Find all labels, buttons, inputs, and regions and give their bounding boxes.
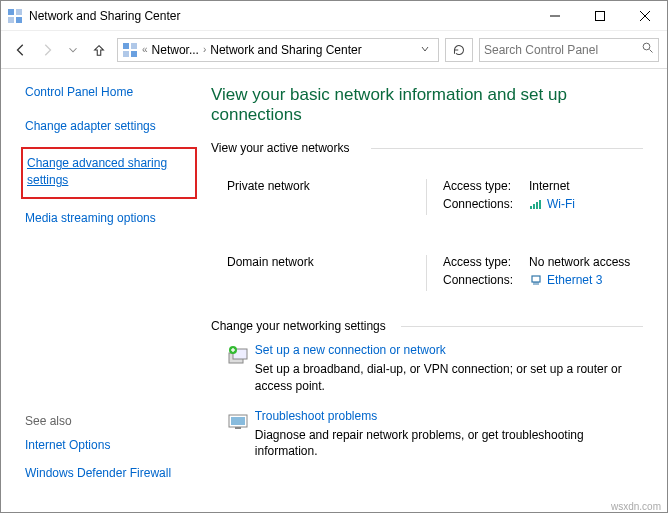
troubleshoot-icon bbox=[227, 409, 255, 461]
connection-link[interactable]: Ethernet 3 bbox=[547, 273, 602, 287]
watermark: wsxdn.com bbox=[611, 501, 661, 512]
sidebar-home[interactable]: Control Panel Home bbox=[25, 85, 189, 99]
svg-rect-9 bbox=[131, 43, 137, 49]
refresh-button[interactable] bbox=[445, 38, 473, 62]
connection-link[interactable]: Wi-Fi bbox=[547, 197, 575, 211]
up-button[interactable] bbox=[87, 35, 111, 65]
network-block-private: Private network Access type: Internet Co… bbox=[211, 161, 643, 237]
divider bbox=[426, 255, 427, 291]
sidebar-highlight: Change advanced sharing settings bbox=[21, 147, 197, 199]
change-settings-label: Change your networking settings bbox=[211, 319, 643, 333]
svg-rect-14 bbox=[530, 206, 532, 209]
svg-rect-16 bbox=[536, 202, 538, 209]
svg-rect-17 bbox=[539, 200, 541, 209]
titlebar: Network and Sharing Center bbox=[1, 1, 667, 31]
setup-connection-icon bbox=[227, 343, 255, 395]
connections-label: Connections: bbox=[443, 273, 529, 287]
active-networks-label: View your active networks bbox=[211, 141, 643, 155]
svg-rect-28 bbox=[231, 417, 245, 425]
access-type-value: Internet bbox=[529, 179, 570, 193]
see-also-firewall[interactable]: Windows Defender Firewall bbox=[25, 466, 171, 480]
sidebar-link-adapter[interactable]: Change adapter settings bbox=[25, 119, 189, 133]
action-setup-connection: Set up a new connection or network Set u… bbox=[227, 343, 643, 395]
back-button[interactable] bbox=[9, 35, 33, 65]
ethernet-icon bbox=[529, 273, 543, 287]
close-button[interactable] bbox=[622, 1, 667, 31]
breadcrumb-seg-1[interactable]: Networ... bbox=[150, 43, 201, 57]
svg-rect-5 bbox=[595, 11, 604, 20]
minimize-button[interactable] bbox=[532, 1, 577, 31]
svg-rect-10 bbox=[123, 51, 129, 57]
svg-line-13 bbox=[650, 50, 653, 53]
access-type-label: Access type: bbox=[443, 179, 529, 193]
breadcrumb[interactable]: « Networ... › Network and Sharing Center bbox=[117, 38, 439, 62]
search-icon[interactable] bbox=[642, 42, 654, 57]
svg-point-12 bbox=[643, 43, 650, 50]
svg-rect-18 bbox=[532, 276, 540, 282]
chevron-right-icon[interactable]: › bbox=[203, 44, 206, 55]
svg-rect-0 bbox=[8, 9, 14, 15]
action-desc: Diagnose and repair network problems, or… bbox=[255, 427, 643, 461]
chevron-icon[interactable]: « bbox=[142, 44, 148, 55]
svg-rect-15 bbox=[533, 204, 535, 209]
action-title[interactable]: Troubleshoot problems bbox=[255, 409, 643, 423]
sidebar-link-media[interactable]: Media streaming options bbox=[25, 211, 189, 225]
see-also-internet-options[interactable]: Internet Options bbox=[25, 438, 171, 452]
action-title[interactable]: Set up a new connection or network bbox=[255, 343, 643, 357]
search-input[interactable] bbox=[484, 43, 642, 57]
sidebar: Control Panel Home Change adapter settin… bbox=[1, 69, 201, 498]
main: View your basic network information and … bbox=[201, 69, 667, 498]
svg-rect-3 bbox=[16, 17, 22, 23]
svg-rect-8 bbox=[123, 43, 129, 49]
access-type-label: Access type: bbox=[443, 255, 529, 269]
breadcrumb-seg-2[interactable]: Network and Sharing Center bbox=[208, 43, 363, 57]
connections-label: Connections: bbox=[443, 197, 529, 211]
breadcrumb-dropdown[interactable] bbox=[414, 43, 436, 57]
divider bbox=[426, 179, 427, 215]
page-title: View your basic network information and … bbox=[211, 85, 643, 125]
maximize-button[interactable] bbox=[577, 1, 622, 31]
forward-button[interactable] bbox=[35, 35, 59, 65]
access-type-value: No network access bbox=[529, 255, 630, 269]
wifi-icon bbox=[529, 197, 543, 211]
recent-dropdown[interactable] bbox=[61, 35, 85, 65]
network-block-domain: Domain network Access type: No network a… bbox=[211, 237, 643, 313]
svg-rect-1 bbox=[16, 9, 22, 15]
app-icon bbox=[7, 8, 23, 24]
svg-rect-2 bbox=[8, 17, 14, 23]
see-also: See also Internet Options Windows Defend… bbox=[25, 414, 171, 480]
see-also-heading: See also bbox=[25, 414, 171, 428]
action-desc: Set up a broadband, dial-up, or VPN conn… bbox=[255, 361, 643, 395]
action-troubleshoot: Troubleshoot problems Diagnose and repai… bbox=[227, 409, 643, 461]
network-name: Private network bbox=[227, 179, 426, 215]
window-title: Network and Sharing Center bbox=[29, 9, 532, 23]
svg-rect-11 bbox=[131, 51, 137, 57]
sidebar-link-advanced-sharing[interactable]: Change advanced sharing settings bbox=[27, 155, 187, 189]
network-name: Domain network bbox=[227, 255, 426, 291]
svg-rect-29 bbox=[235, 427, 241, 429]
breadcrumb-icon bbox=[122, 42, 138, 58]
navbar: « Networ... › Network and Sharing Center bbox=[1, 31, 667, 69]
search-box[interactable] bbox=[479, 38, 659, 62]
